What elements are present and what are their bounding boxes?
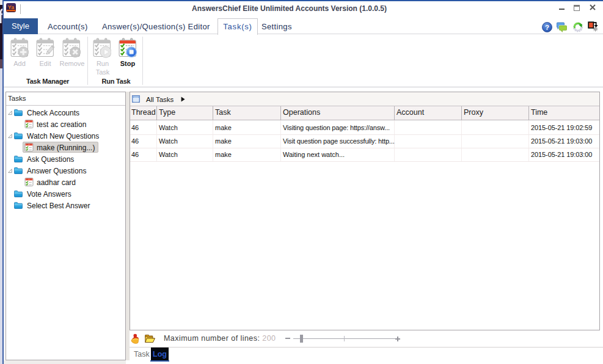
svg-text:?: ?: [545, 24, 549, 31]
